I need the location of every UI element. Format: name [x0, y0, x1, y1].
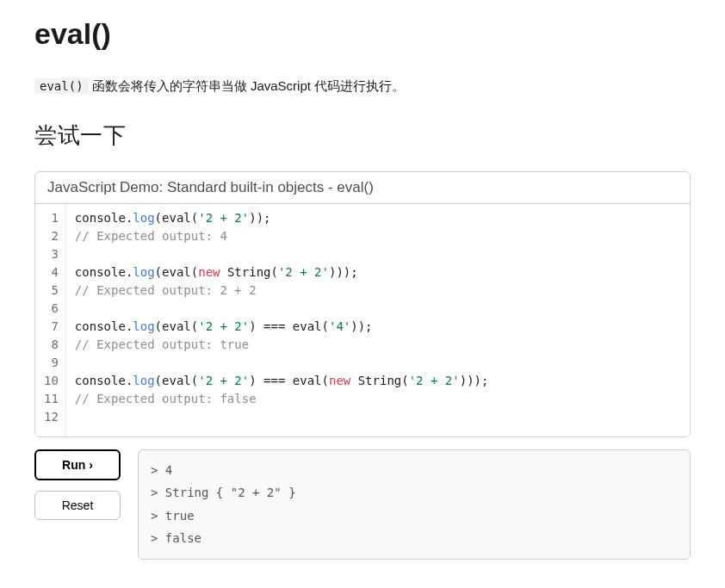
code-line: // Expected output: 4 [75, 227, 489, 245]
line-number: 5 [42, 282, 60, 300]
code-line [75, 408, 489, 426]
code-line: // Expected output: true [75, 336, 489, 354]
controls-row: Run › Reset 4String { "2 + 2" }truefalse [34, 449, 691, 560]
intro-paragraph: eval() 函数会将传入的字符串当做 JavaScript 代码进行执行。 [34, 77, 691, 96]
line-number: 6 [42, 300, 60, 318]
code-line: console.log(eval('2 + 2') === eval(new S… [75, 372, 489, 390]
output-line: 4 [151, 459, 678, 482]
output-line: false [151, 527, 678, 550]
intro-code: eval() [34, 78, 89, 94]
line-number: 1 [42, 209, 60, 227]
line-number: 11 [42, 390, 60, 408]
code-line [75, 245, 489, 263]
output-line: true [151, 504, 678, 528]
code-line: console.log(eval(new String('2 + 2'))); [75, 263, 489, 282]
code-editor[interactable]: 123456789101112 console.log(eval('2 + 2'… [35, 204, 690, 436]
run-button[interactable]: Run › [34, 449, 121, 480]
code-line: // Expected output: false [75, 390, 489, 408]
line-number: 4 [42, 263, 60, 282]
code-line: console.log(eval('2 + 2')); [75, 209, 489, 227]
code-line [75, 300, 489, 318]
output-line: String { "2 + 2" } [151, 481, 678, 504]
try-heading: 尝试一下 [34, 121, 691, 151]
reset-button[interactable]: Reset [34, 491, 121, 520]
buttons-col: Run › Reset [34, 449, 121, 520]
code-line [75, 354, 489, 372]
line-number: 3 [42, 245, 60, 263]
line-number: 9 [42, 354, 60, 372]
code-line: console.log(eval('2 + 2') === eval('4'))… [75, 318, 489, 336]
line-number: 12 [42, 408, 60, 426]
intro-text: 函数会将传入的字符串当做 JavaScript 代码进行执行。 [89, 78, 406, 93]
line-number: 10 [42, 372, 60, 390]
line-number: 2 [42, 227, 60, 245]
demo-title: JavaScript Demo: Standard built-in objec… [35, 172, 690, 204]
line-gutter: 123456789101112 [35, 204, 66, 436]
code-line: // Expected output: 2 + 2 [75, 282, 489, 300]
page-title: eval() [34, 17, 691, 51]
output-panel: 4String { "2 + 2" }truefalse [138, 449, 691, 560]
demo-box: JavaScript Demo: Standard built-in objec… [34, 171, 691, 437]
line-number: 7 [42, 318, 60, 336]
line-number: 8 [42, 336, 60, 354]
code-area[interactable]: console.log(eval('2 + 2'));// Expected o… [66, 204, 498, 436]
